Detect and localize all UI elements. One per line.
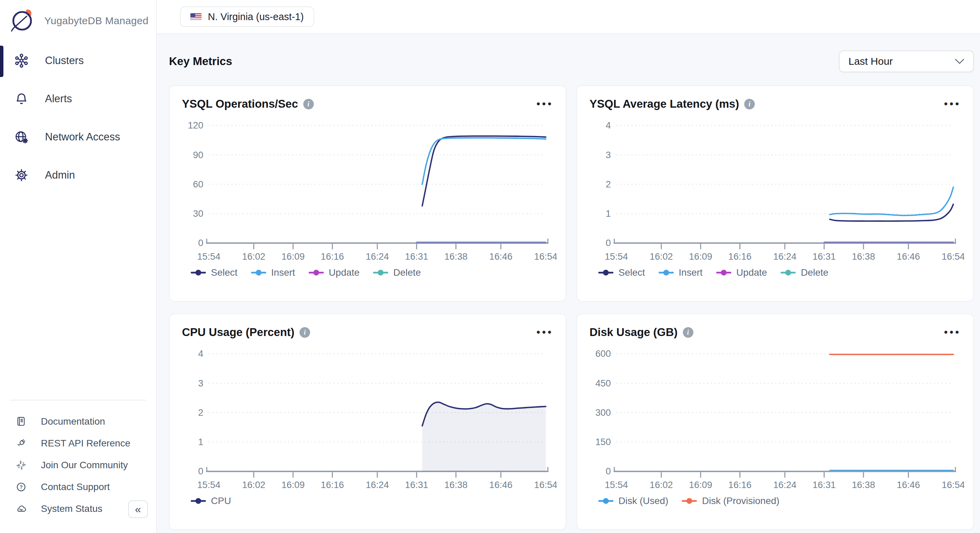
card-menu-button[interactable]: ••• [536, 99, 554, 109]
svg-text:16:46: 16:46 [489, 479, 512, 490]
sidebar-item-label: Alerts [45, 93, 72, 105]
info-icon[interactable]: i [744, 99, 755, 110]
info-icon[interactable]: i [303, 99, 314, 110]
metrics-header: Key Metrics Last Hour [169, 51, 974, 72]
sidebar-item-label: Clusters [45, 54, 84, 67]
documentation-book-icon [15, 415, 27, 428]
svg-text:3: 3 [606, 150, 611, 160]
sidebar-item-join-our-community[interactable]: Join Our Community [0, 454, 156, 476]
svg-text:16:54: 16:54 [534, 479, 557, 490]
sidebar-item-alerts[interactable]: Alerts [0, 80, 156, 118]
card-ysql-latency: YSQL Average Latency (ms) i ••• 0123415:… [577, 85, 974, 302]
chart-title: YSQL Operations/Sec [182, 97, 298, 110]
legend-marker-icon [716, 270, 731, 276]
legend-label: Delete [393, 267, 421, 278]
card-menu-button[interactable]: ••• [536, 327, 554, 337]
svg-text:16:02: 16:02 [650, 251, 673, 262]
legend-label: Update [737, 267, 767, 278]
svg-text:2: 2 [198, 407, 204, 418]
legend-marker-icon [251, 270, 266, 276]
legend-item-cpu[interactable]: CPU [191, 495, 231, 506]
sidebar-item-network-access[interactable]: Network Access [0, 118, 156, 156]
chart-legend: CPU [170, 495, 566, 506]
chevron-down-icon [955, 59, 964, 64]
chart-ysql-latency: 0123415:5416:0216:0916:1616:2416:3116:38… [586, 116, 964, 265]
sidebar-item-rest-api-reference[interactable]: REST API Reference [0, 433, 156, 454]
page-title: Key Metrics [169, 55, 232, 68]
sidebar: YugabyteDB Managed Clusters Alerts [0, 0, 157, 533]
svg-text:16:31: 16:31 [405, 251, 428, 262]
legend-marker-icon [191, 270, 206, 276]
sidebar-divider [10, 400, 146, 401]
legend-item-insert[interactable]: Insert [251, 267, 295, 278]
svg-text:16:54: 16:54 [942, 251, 964, 262]
svg-text:16:16: 16:16 [728, 479, 751, 490]
svg-text:4: 4 [606, 120, 611, 130]
sidebar-item-clusters[interactable]: Clusters [0, 41, 156, 80]
sidebar-item-contact-support[interactable]: ? Contact Support [0, 476, 156, 498]
svg-text:16:46: 16:46 [489, 251, 512, 262]
region-chip[interactable]: N. Virginia (us-east-1) [180, 6, 314, 27]
card-menu-button[interactable]: ••• [944, 327, 961, 337]
legend-item-select[interactable]: Select [191, 267, 237, 278]
legend-marker-icon [598, 498, 613, 504]
svg-text:16:09: 16:09 [282, 479, 305, 490]
time-range-select[interactable]: Last Hour [839, 51, 974, 72]
legend-marker-icon [682, 498, 697, 504]
sidebar-item-label: Admin [45, 169, 75, 181]
legend-item-insert[interactable]: Insert [659, 267, 703, 278]
legend-item-select[interactable]: Select [598, 267, 645, 278]
card-header: Disk Usage (GB) i ••• [577, 314, 973, 339]
svg-text:600: 600 [595, 348, 611, 359]
clusters-icon [14, 53, 29, 68]
info-icon[interactable]: i [683, 327, 694, 338]
info-icon[interactable]: i [299, 327, 310, 338]
svg-text:16:02: 16:02 [242, 251, 266, 262]
legend-marker-icon [191, 498, 206, 504]
svg-text:16:31: 16:31 [813, 251, 836, 262]
svg-text:16:02: 16:02 [650, 479, 673, 490]
legend-label: Disk (Provisioned) [702, 495, 779, 506]
key-metrics-section: Key Metrics Last Hour YSQL Operations/Se… [157, 34, 980, 530]
svg-text:16:24: 16:24 [366, 251, 389, 262]
sidebar-item-admin[interactable]: Admin [0, 156, 156, 194]
svg-text:16:02: 16:02 [242, 479, 266, 490]
legend-label: Update [329, 267, 360, 278]
sidebar-footer-label: Documentation [41, 416, 105, 427]
legend-item-delete[interactable]: Delete [781, 267, 828, 278]
legend-label: Delete [801, 267, 828, 278]
svg-text:16:31: 16:31 [813, 479, 836, 490]
sidebar-item-label: Network Access [45, 131, 120, 143]
svg-text:16:38: 16:38 [444, 479, 468, 490]
svg-text:16:24: 16:24 [773, 479, 796, 490]
legend-item-update[interactable]: Update [309, 267, 360, 278]
legend-item-disk-used[interactable]: Disk (Used) [598, 495, 668, 506]
brand-logo-icon [9, 8, 35, 34]
legend-marker-icon [598, 270, 613, 276]
svg-text:15:54: 15:54 [197, 251, 221, 262]
brand-name: YugabyteDB Managed [44, 15, 149, 27]
alerts-bell-icon [14, 91, 29, 107]
system-status-cloud-icon [15, 503, 27, 515]
legend-item-disk-provisioned[interactable]: Disk (Provisioned) [682, 495, 779, 506]
svg-text:16:38: 16:38 [444, 251, 468, 262]
legend-item-delete[interactable]: Delete [373, 267, 421, 278]
card-cpu-usage: CPU Usage (Percent) i ••• 0123415:5416:0… [169, 313, 566, 530]
collapse-sidebar-button[interactable]: « [128, 500, 148, 518]
legend-item-update[interactable]: Update [716, 267, 767, 278]
chart-legend: SelectInsertUpdateDelete [577, 267, 973, 278]
svg-text:2: 2 [606, 179, 611, 189]
card-header: CPU Usage (Percent) i ••• [170, 314, 566, 339]
chart-cpu-usage: 0123415:5416:0216:0916:1616:2416:3116:38… [178, 345, 557, 493]
svg-text:16:16: 16:16 [321, 479, 344, 490]
svg-text:120: 120 [188, 120, 203, 130]
legend-marker-icon [373, 270, 388, 276]
sidebar-item-documentation[interactable]: Documentation [0, 410, 156, 433]
svg-text:450: 450 [595, 378, 611, 388]
svg-text:16:09: 16:09 [689, 251, 712, 262]
svg-text:15:54: 15:54 [605, 251, 628, 262]
svg-text:0: 0 [198, 237, 204, 248]
card-menu-button[interactable]: ••• [944, 99, 961, 109]
svg-text:16:38: 16:38 [852, 251, 875, 262]
svg-text:16:09: 16:09 [689, 479, 712, 490]
